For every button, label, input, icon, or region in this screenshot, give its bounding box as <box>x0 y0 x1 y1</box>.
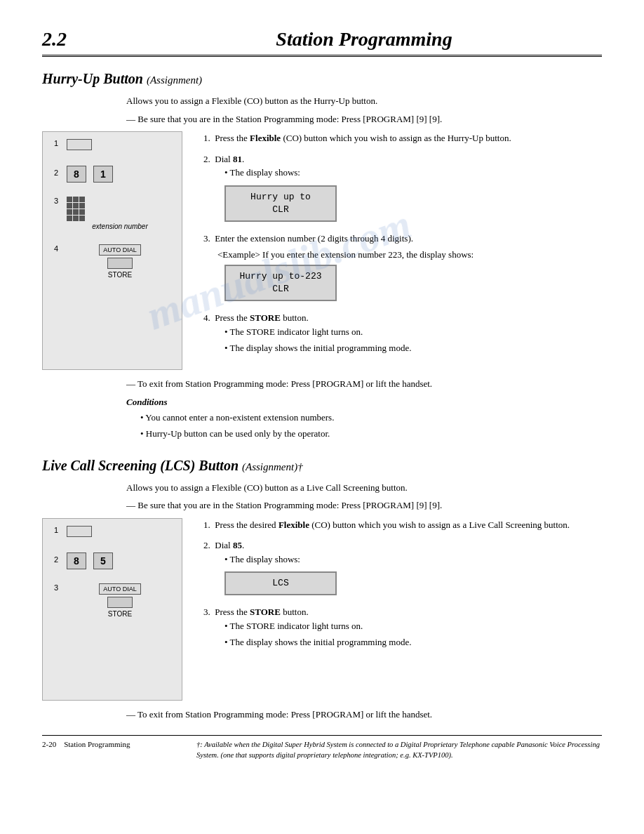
step4-text: Press the STORE button. <box>215 312 308 323</box>
lcs-display-line1: LCS <box>233 577 328 590</box>
hurry-up-step3: 3. Enter the extension number (2 digits … <box>203 232 602 304</box>
footer-left: 2-20 Station Programming <box>42 740 182 748</box>
step4-num: 4. <box>203 312 213 323</box>
lcs-step3-num: 3. <box>203 607 213 617</box>
step4-bullet1: The STORE indicator light turns on. <box>224 325 602 339</box>
lcs-steps: 1. Press the desired Flexible (CO) butto… <box>196 518 602 701</box>
lcs-diagram: 1 2 8 5 3 AUTO DIAL STORE <box>42 518 182 701</box>
diagram-key-8: 8 <box>67 166 86 183</box>
footer-left-text: Station Programming <box>64 740 130 748</box>
lcs-step1-text: Press the desired Flexible (CO) button w… <box>215 519 570 530</box>
diagram-store-rect <box>107 258 133 269</box>
hurry-up-steps: 1. Press the Flexible (CO) button which … <box>196 131 602 370</box>
display1-line1: Hurry up to <box>233 191 328 204</box>
diagram-store-label: STORE <box>67 271 173 279</box>
lcs-step3: 3. Press the STORE button. The STORE ind… <box>203 605 602 649</box>
lcs-key-8: 8 <box>67 552 86 569</box>
lcs-step2-bullet1: The display shows: <box>224 552 602 567</box>
page-header: 2.2 Station Programming <box>42 28 602 57</box>
lcs-exit: — To exit from Station Programming mode:… <box>126 708 602 722</box>
display2-line2: CLR <box>233 283 328 296</box>
lcs-intro: Allows you to assign a Flexible (CO) but… <box>126 481 602 495</box>
lcs-step3-bullet2: The display shows the initial programmin… <box>224 635 602 649</box>
lcs-store-label: STORE <box>67 610 173 618</box>
step1-num: 1. <box>203 133 213 143</box>
lcs-title-text: Live Call Screening (LCS) Button <box>42 458 239 473</box>
lcs-step3-text: Press the STORE button. <box>215 607 308 617</box>
diagram-key-1: 1 <box>93 166 113 183</box>
lcs-display-box: LCS <box>224 571 337 595</box>
diagram-row4-label: 4 <box>54 244 58 253</box>
display-box-1: Hurry up to CLR <box>224 185 337 222</box>
hurry-up-diagram-box: 1 2 8 1 3 <box>42 131 182 370</box>
condition-2: Hurry-Up button can be used only by the … <box>140 427 602 441</box>
lcs-diagram-box: 1 2 8 5 3 AUTO DIAL STORE <box>42 518 182 701</box>
lcs-step1-num: 1. <box>203 519 213 530</box>
diagram-row3-label: 3 <box>54 197 58 205</box>
step3-num: 3. <box>203 233 213 244</box>
hurry-up-step2: 2. Dial 81. The display shows: Hurry up … <box>203 152 602 225</box>
lcs-step2-text: Dial 85. <box>215 540 244 550</box>
step2-num: 2. <box>203 154 213 164</box>
condition-1: You cannot enter a non-existent extensio… <box>140 411 602 425</box>
diagram-row1-label: 1 <box>54 139 58 147</box>
lcs-step2-num: 2. <box>203 540 213 550</box>
lcs-prereq: — Be sure that you are in the Station Pr… <box>126 498 602 512</box>
step3-example: <Example> If you enter the extension num… <box>217 248 602 262</box>
lcs-title: Live Call Screening (LCS) Button (Assign… <box>42 458 602 474</box>
lcs-store-rect <box>107 597 133 608</box>
lcs-content: 1 2 8 5 3 AUTO DIAL STORE <box>42 518 602 701</box>
footer-right: †: Available when the Digital Super Hybr… <box>196 740 602 760</box>
hurry-up-title: Hurry-Up Button (Assignment) <box>42 71 602 87</box>
display-box-2: Hurry up to-223 CLR <box>224 265 337 301</box>
hurry-up-prereq: — Be sure that you are in the Station Pr… <box>126 112 602 126</box>
hurry-up-title-text: Hurry-Up Button <box>42 71 143 86</box>
footer-page-num: 2-20 <box>42 740 56 748</box>
diagram-row2-label: 2 <box>54 168 58 177</box>
diagram-autodial-box: AUTO DIAL <box>99 244 141 256</box>
hurry-up-assignment: (Assignment) <box>147 74 202 86</box>
conditions-title: Conditions <box>126 397 602 408</box>
hurry-up-content: 1 2 8 1 3 <box>42 131 602 370</box>
lcs-row3-label: 3 <box>54 583 58 592</box>
lcs-row1-label: 1 <box>54 526 58 534</box>
hurry-up-exit: — To exit from Station Programming mode:… <box>126 377 602 391</box>
lcs-key-5: 5 <box>93 552 113 569</box>
hurry-up-step4: 4. Press the STORE button. The STORE ind… <box>203 311 602 355</box>
diagram-grid-icon <box>67 197 173 221</box>
display1-line2: CLR <box>233 204 328 216</box>
hurry-up-diagram: 1 2 8 1 3 <box>42 131 182 370</box>
hurry-up-step1: 1. Press the Flexible (CO) button which … <box>203 131 602 145</box>
step2-text: Dial 81. <box>215 154 244 164</box>
step3-text: Enter the extension number (2 digits thr… <box>215 233 413 244</box>
section-title: Station Programming <box>126 28 602 51</box>
step1-text: Press the Flexible (CO) button which you… <box>215 133 511 143</box>
step2-bullet1: The display shows: <box>224 166 602 180</box>
lcs-step3-bullet1: The STORE indicator light turns on. <box>224 619 602 633</box>
step4-bullet2: The display shows the initial programmin… <box>224 341 602 355</box>
section-number: 2.2 <box>42 28 84 51</box>
lcs-row1-rect <box>67 526 92 537</box>
diagram-row1-rect <box>67 139 92 150</box>
lcs-step1: 1. Press the desired Flexible (CO) butto… <box>203 518 602 532</box>
lcs-row2-label: 2 <box>54 555 58 564</box>
lcs-assignment: (Assignment)† <box>242 461 303 472</box>
diagram-ext-label: extension number <box>67 223 173 230</box>
lcs-autodial-box: AUTO DIAL <box>99 583 141 595</box>
page-footer: 2-20 Station Programming †: Available wh… <box>42 735 602 760</box>
display2-line1: Hurry up to-223 <box>233 270 328 283</box>
hurry-up-intro: Allows you to assign a Flexible (CO) but… <box>126 94 602 108</box>
lcs-step2: 2. Dial 85. The display shows: LCS <box>203 538 602 598</box>
